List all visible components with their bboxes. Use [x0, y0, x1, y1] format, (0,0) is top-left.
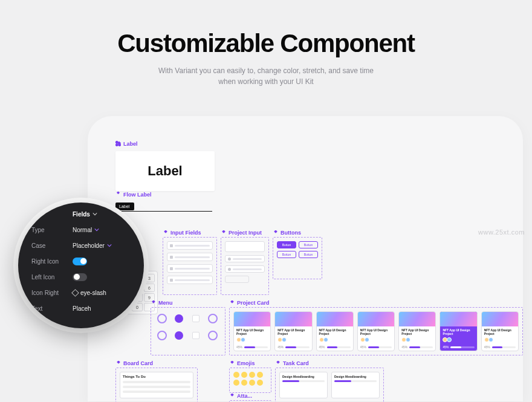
card-thumbnail: [440, 312, 476, 326]
key-6[interactable]: 6: [144, 284, 155, 292]
input-variant[interactable]: [167, 241, 213, 250]
menu-variant[interactable]: [206, 311, 220, 326]
component-tag-emojis[interactable]: Emojis: [230, 360, 255, 366]
component-icon: [230, 394, 235, 398]
component-tag-menu[interactable]: Menu: [151, 300, 173, 306]
project-card-variant[interactable]: NFT App UI Design Project 45%: [357, 311, 395, 351]
component-tag-flow-label[interactable]: Flow Label: [115, 192, 152, 198]
component-tag-input-fields[interactable]: Input Fields: [163, 230, 201, 236]
chevron-down-icon: [94, 227, 99, 232]
group-board-card[interactable]: Board Card Things To Do: [115, 368, 198, 402]
inspector-row-right-icon[interactable]: Right Icon: [31, 253, 140, 269]
chevron-down-icon: [92, 212, 97, 216]
menu-variant[interactable]: [155, 328, 169, 343]
component-icon: [221, 230, 226, 235]
project-card-variant-active[interactable]: NFT App UI Design Project 45%: [440, 311, 477, 351]
menu-variant[interactable]: [172, 311, 186, 326]
component-tag-project-card[interactable]: Project Card: [230, 300, 270, 306]
menu-variant[interactable]: [189, 328, 203, 343]
component-tag-label[interactable]: Label: [115, 141, 138, 147]
card-thumbnail: [358, 312, 394, 326]
project-card-variant[interactable]: NFT App UI Design Project 45%: [233, 311, 271, 351]
menu-variant[interactable]: [172, 328, 186, 343]
input-variant[interactable]: [167, 264, 213, 273]
svg-rect-4: [117, 192, 120, 194]
project-input-variant[interactable]: [225, 255, 265, 262]
component-tag-task-card[interactable]: Task Card: [276, 360, 309, 366]
menu-variant[interactable]: [155, 311, 169, 326]
component-icon: [115, 141, 121, 146]
inspector-row-icon-right[interactable]: Icon Right eye-slash: [31, 285, 140, 300]
component-icon: [163, 230, 168, 235]
board-card-variant[interactable]: Things To Do: [120, 372, 193, 398]
group-emojis[interactable]: Emojis: [229, 368, 271, 393]
group-task-card[interactable]: Task Card Design Moodboarding Design Moo…: [275, 368, 384, 402]
project-card-variant[interactable]: NFT App UI Design Project 45%: [398, 311, 436, 351]
emoji-variant[interactable]: [233, 372, 239, 378]
group-buttons[interactable]: Buttons Button Button Button Button: [273, 237, 322, 279]
svg-rect-6: [222, 230, 225, 233]
label-card[interactable]: Label: [115, 151, 215, 191]
project-input-variant[interactable]: [225, 265, 265, 273]
input-variant[interactable]: [167, 253, 213, 261]
project-input-variant[interactable]: [225, 241, 265, 252]
button-variant-outline[interactable]: Button: [299, 251, 318, 258]
component-icon: [116, 361, 121, 366]
project-card-variant[interactable]: NFT App UI Design Project 45%: [481, 311, 519, 351]
input-variant[interactable]: [167, 276, 213, 284]
emoji-variant[interactable]: [257, 372, 263, 378]
card-thumbnail: [482, 312, 518, 326]
group-project-card[interactable]: Project Card NFT App UI Design Project 4…: [229, 307, 523, 355]
svg-rect-9: [230, 300, 234, 303]
group-menu[interactable]: Menu: [151, 307, 225, 355]
task-card-variant[interactable]: Design Moodboarding: [279, 372, 328, 398]
inspector-row-left-icon[interactable]: Left Icon: [31, 269, 140, 285]
component-icon: [230, 300, 235, 305]
chevron-down-icon: [107, 243, 112, 248]
watermark: www.25xt.com: [478, 229, 525, 236]
key-3[interactable]: 3: [144, 274, 155, 282]
emoji-variant[interactable]: [249, 380, 255, 386]
project-card-variant[interactable]: NFT App UI Design Project 45%: [274, 311, 312, 351]
component-tag-board-card[interactable]: Board Card: [116, 360, 153, 366]
key-0[interactable]: 0: [132, 303, 143, 311]
variant-inspector-zoom: Fields Type Normal Case Placeholder Righ…: [18, 203, 144, 328]
group-project-input[interactable]: Project Input: [221, 237, 269, 295]
flow-underline: [115, 211, 212, 212]
svg-rect-12: [276, 361, 280, 364]
component-tag-project-input[interactable]: Project Input: [221, 230, 262, 236]
emoji-variant[interactable]: [257, 380, 263, 386]
button-variant-outline[interactable]: Button: [277, 251, 296, 258]
button-variant-outline[interactable]: Button: [299, 241, 318, 248]
svg-rect-11: [230, 361, 234, 364]
toggle-right-icon[interactable]: [73, 258, 87, 265]
project-input-variant[interactable]: [225, 276, 249, 283]
emoji-variant[interactable]: [241, 380, 247, 386]
button-variant-filled[interactable]: Button: [277, 241, 296, 248]
emoji-variant[interactable]: [249, 372, 255, 378]
group-input-fields[interactable]: Input Fields: [163, 237, 217, 295]
emoji-variant[interactable]: [233, 380, 239, 386]
card-thumbnail: [399, 312, 435, 326]
svg-rect-13: [230, 394, 234, 397]
component-tag-attachments[interactable]: Atta...: [230, 393, 252, 399]
page-subtitle: With Variant you can easily to, change c…: [139, 65, 393, 87]
page-title: Customizable Component: [0, 29, 532, 58]
inspector-row-type[interactable]: Type Normal: [31, 222, 140, 238]
figma-canvas[interactable]: Label Label Flow Label Label 1 2 3 4 5 6…: [88, 116, 523, 401]
menu-variant[interactable]: [189, 311, 203, 326]
task-card-variant[interactable]: Design Moodboarding: [331, 372, 380, 398]
inspector-row-case[interactable]: Case Placeholder: [31, 238, 140, 253]
component-icon: [276, 361, 281, 366]
svg-rect-10: [117, 361, 120, 364]
menu-variant[interactable]: [206, 328, 220, 343]
component-icon: [115, 192, 121, 197]
toggle-left-icon[interactable]: [73, 273, 87, 281]
flow-label-chip[interactable]: Label: [115, 203, 134, 210]
svg-rect-5: [164, 230, 167, 233]
emoji-variant[interactable]: [241, 372, 247, 378]
component-tag-buttons[interactable]: Buttons: [273, 230, 301, 236]
project-card-variant[interactable]: NFT App UI Design Project 45%: [316, 311, 354, 351]
svg-rect-8: [152, 300, 155, 303]
avatar: [241, 337, 245, 342]
